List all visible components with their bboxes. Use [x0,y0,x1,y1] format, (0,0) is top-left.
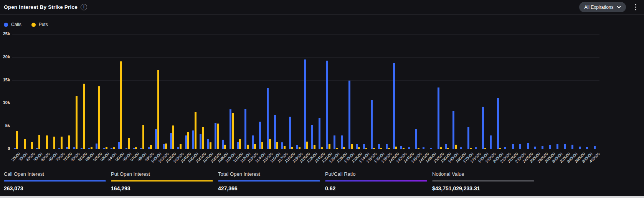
open-interest-widget: Open Interest By Strike Price i All Expi… [0,0,644,198]
y-axis-tick-label: 5k [0,123,10,128]
call-bar-88000 [88,148,90,149]
put-bar-118000 [291,147,293,149]
stat-accent-rule [432,180,534,182]
stat-label: Call Open Interest [4,171,106,177]
stat-label: Put Open Interest [111,171,213,177]
call-bar-99000 [148,147,150,149]
summary-stats: Call Open Interest263,073Put Open Intere… [4,171,539,191]
put-bar-100000 [157,70,159,149]
put-bar-142000 [403,148,405,149]
put-bar-130000 [351,144,353,149]
put-bar-98000 [142,125,144,149]
call-bar-180000 [482,107,484,149]
gridline [12,126,599,126]
info-icon[interactable]: i [81,4,87,10]
put-bar-135000 [373,148,375,149]
call-bar-220000 [512,144,514,149]
gridline [12,57,599,58]
page-title: Open Interest By Strike Price [4,4,78,10]
put-bar-138000 [388,148,390,149]
more-options-button[interactable] [634,2,638,12]
call-bar-50000 [36,148,38,149]
put-bar-200000 [499,148,501,149]
stat-accent-rule [325,180,427,182]
call-bar-250000 [534,147,536,149]
put-bar-65000 [53,137,55,149]
call-bar-260000 [542,146,543,149]
put-bar-107000 [210,142,211,149]
call-bar-115000 [267,88,269,149]
call-bar-119000 [296,145,298,149]
horizontal-scrollbar[interactable] [0,196,644,198]
put-bar-75000 [68,135,70,149]
put-bar-104000 [187,132,189,149]
call-bar-136000 [378,144,380,149]
call-bar-170000 [467,127,469,149]
call-bar-98000 [140,148,142,149]
call-bar-106000 [200,134,201,149]
put-bar-155000 [447,148,449,149]
call-bar-144000 [408,147,410,149]
put-bar-88000 [91,147,92,149]
call-bar-100000 [155,129,157,149]
legend-item-calls[interactable]: Calls [4,22,21,27]
put-bar-116000 [276,142,278,149]
call-bar-148000 [430,148,432,149]
put-bar-105000 [195,112,197,149]
stat-put-call-ratio: Put/Call Ratio0.62 [325,171,427,191]
call-bar-360000 [579,147,581,149]
put-bar-145000 [418,148,419,149]
put-bar-113000 [254,144,256,149]
call-bar-85000 [81,148,83,149]
call-bar-125000 [326,61,328,149]
put-bar-110000 [232,113,234,149]
call-bar-240000 [527,143,529,149]
call-bar-124000 [319,118,320,149]
put-bar-180000 [484,148,486,149]
put-bar-136000 [380,148,382,149]
call-bar-114000 [259,122,261,149]
call-bar-108000 [215,123,216,149]
put-bar-126000 [336,148,338,149]
call-bar-400000 [594,146,596,149]
stat-label: Put/Call Ratio [325,171,427,177]
put-bar-140000 [395,147,397,149]
call-bar-101000 [163,144,165,149]
y-axis-tick-label: 0 [0,146,10,151]
call-bar-70000 [58,148,60,149]
legend-item-puts[interactable]: Puts [31,22,48,27]
put-bar-170000 [470,148,472,149]
put-bar-20000 [16,131,18,149]
put-bar-97000 [135,147,137,149]
call-bar-111000 [237,142,239,149]
call-bar-112000 [244,109,246,149]
call-bar-118000 [289,117,291,149]
stat-value: 0.62 [325,185,427,191]
put-bar-109000 [224,145,226,149]
call-bar-155000 [445,144,447,149]
put-bar-101000 [165,144,167,149]
call-bar-80000 [73,147,75,149]
put-bar-102000 [172,125,174,149]
put-bar-111000 [239,139,241,149]
expirations-dropdown[interactable]: All Expirations [579,2,626,12]
stat-notional-value: Notional Value$43,751,029,233.31 [432,171,534,191]
put-bar-99000 [150,145,152,149]
put-bar-96000 [128,138,130,149]
gridline [12,34,599,35]
call-bar-117000 [281,142,283,149]
put-bar-115000 [269,139,271,149]
put-bar-92000 [106,147,107,149]
y-axis-tick-label: 15k [0,78,10,82]
put-bar-122000 [314,145,315,149]
legend-label: Puts [39,22,48,27]
legend-dot-icon [31,23,36,27]
put-bar-85000 [83,84,85,149]
put-bar-103000 [180,144,182,149]
stat-label: Notional Value [432,171,534,177]
call-bar-20000 [14,148,16,149]
put-bar-30000 [24,139,26,149]
y-axis-tick-label: 25k [0,31,10,36]
widget-header: Open Interest By Strike Price i All Expi… [0,0,644,15]
stat-accent-rule [111,180,213,182]
